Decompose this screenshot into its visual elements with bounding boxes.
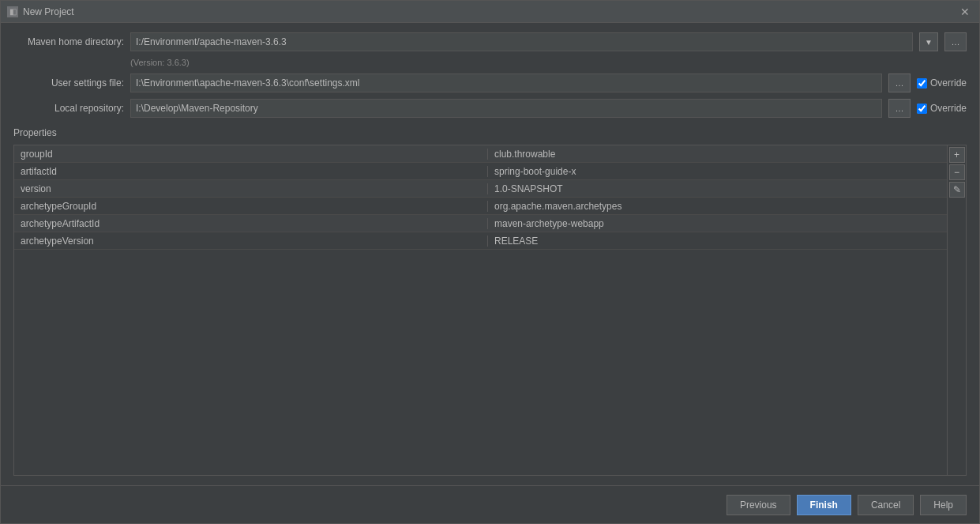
dialog-content: Maven home directory: ▼ … (Version: 3.6.… (1, 23, 979, 485)
title-bar: ◧ New Project ✕ (1, 1, 979, 23)
prop-value: RELEASE (488, 236, 947, 247)
properties-table: groupId club.throwable artifactId spring… (14, 145, 947, 475)
user-settings-browse-btn[interactable]: … (888, 74, 911, 92)
table-row[interactable]: archetypeVersion RELEASE (14, 232, 947, 250)
maven-version-hint: (Version: 3.6.3) (130, 58, 967, 67)
properties-section-title: Properties (13, 127, 967, 138)
edit-property-btn[interactable]: ✎ (949, 182, 965, 198)
prop-value: spring-boot-guide-x (488, 166, 947, 177)
user-settings-override-wrapper: Override (917, 77, 967, 89)
add-property-btn[interactable]: + (949, 147, 965, 163)
local-repo-override-wrapper: Override (917, 103, 967, 114)
prop-value: club.throwable (488, 149, 947, 160)
remove-property-btn[interactable]: − (949, 164, 965, 180)
prop-value: 1.0-SNAPSHOT (488, 183, 947, 194)
user-settings-override-checkbox[interactable] (917, 78, 927, 89)
user-settings-input[interactable] (130, 74, 882, 92)
user-settings-label: User settings file: (13, 77, 124, 89)
prop-key: archetypeVersion (14, 236, 488, 247)
table-row[interactable]: version 1.0-SNAPSHOT (14, 180, 947, 198)
local-repo-input[interactable] (130, 99, 882, 118)
window-icon: ◧ (7, 6, 18, 17)
prop-key: version (14, 183, 488, 194)
maven-home-input[interactable] (130, 32, 913, 51)
properties-sidebar: + − ✎ (947, 145, 966, 475)
user-settings-override-label: Override (930, 77, 967, 89)
table-row[interactable]: archetypeGroupId org.apache.maven.archet… (14, 198, 947, 215)
maven-home-row: Maven home directory: ▼ … (13, 32, 967, 51)
maven-home-dropdown-btn[interactable]: ▼ (919, 32, 938, 51)
local-repo-row: Local repository: … Override (13, 99, 967, 118)
help-button[interactable]: Help (920, 495, 967, 515)
prop-key: groupId (14, 149, 488, 160)
prop-key: archetypeGroupId (14, 201, 488, 212)
local-repo-browse-btn[interactable]: … (888, 99, 911, 118)
table-row[interactable]: artifactId spring-boot-guide-x (14, 163, 947, 180)
prop-key: archetypeArtifactId (14, 218, 488, 229)
previous-button[interactable]: Previous (727, 495, 790, 515)
prop-value: org.apache.maven.archetypes (488, 201, 947, 212)
prop-key: artifactId (14, 166, 488, 177)
table-row[interactable]: groupId club.throwable (14, 145, 947, 163)
local-repo-label: Local repository: (13, 103, 124, 114)
user-settings-row: User settings file: … Override (13, 74, 967, 92)
cancel-button[interactable]: Cancel (858, 495, 914, 515)
finish-button[interactable]: Finish (797, 495, 851, 515)
new-project-dialog: ◧ New Project ✕ Maven home directory: ▼ … (0, 0, 980, 524)
prop-value: maven-archetype-webapp (488, 218, 947, 229)
table-row[interactable]: archetypeArtifactId maven-archetype-weba… (14, 215, 947, 232)
local-repo-override-label: Override (930, 103, 967, 114)
maven-home-label: Maven home directory: (13, 36, 124, 47)
window-title: New Project (23, 6, 957, 17)
properties-panel: groupId club.throwable artifactId spring… (13, 145, 967, 476)
dialog-footer: Previous Finish Cancel Help (1, 485, 979, 523)
close-button[interactable]: ✕ (957, 4, 973, 20)
local-repo-override-checkbox[interactable] (917, 104, 927, 114)
maven-home-browse-btn[interactable]: … (944, 32, 967, 51)
